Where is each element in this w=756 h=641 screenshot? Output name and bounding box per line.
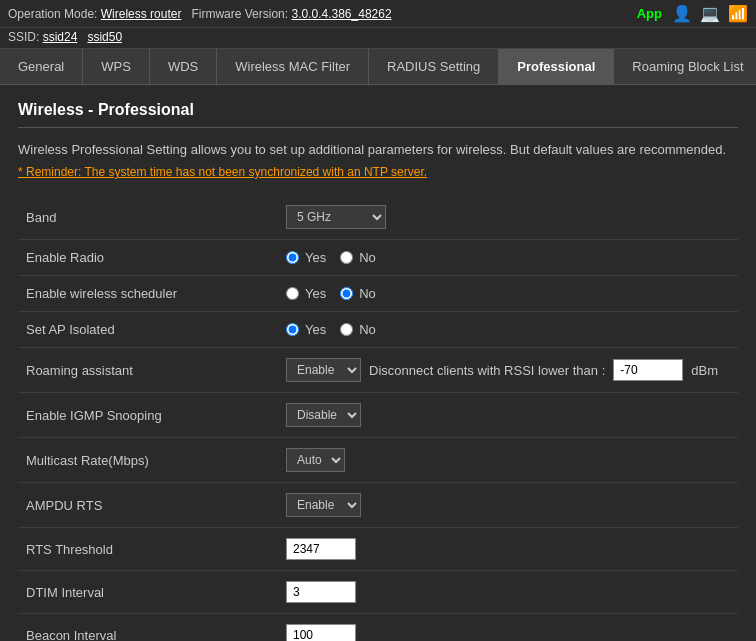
rssi-input[interactable] — [613, 359, 683, 381]
enable-radio-value: Yes No — [278, 240, 738, 276]
wireless-scheduler-label: Enable wireless scheduler — [18, 276, 278, 312]
wireless-scheduler-no[interactable] — [340, 287, 353, 300]
operation-mode-label: Operation Mode: — [8, 7, 97, 21]
dtim-interval-input[interactable] — [286, 581, 356, 603]
app-label: App — [637, 6, 662, 21]
band-row: Band 5 GHz 2.4 GHz — [18, 195, 738, 240]
top-bar: Operation Mode: Wireless router Firmware… — [0, 0, 756, 28]
dbm-label: dBm — [691, 363, 718, 378]
top-bar-right: App 👤 💻 📶 — [637, 4, 748, 23]
enable-radio-group: Yes No — [286, 250, 730, 265]
top-icons: 👤 💻 📶 — [672, 4, 748, 23]
multicast-rate-value: Auto 1 2 — [278, 438, 738, 483]
ap-isolated-no-label[interactable]: No — [340, 322, 376, 337]
ssid24-link[interactable]: ssid24 — [43, 30, 78, 44]
wireless-scheduler-yes-label[interactable]: Yes — [286, 286, 326, 301]
multicast-rate-select[interactable]: Auto 1 2 — [286, 448, 345, 472]
enable-radio-no-label[interactable]: No — [340, 250, 376, 265]
operation-mode-value[interactable]: Wireless router — [101, 7, 182, 21]
device-icon[interactable]: 💻 — [700, 4, 720, 23]
beacon-interval-input[interactable] — [286, 624, 356, 641]
ap-isolated-yes-text: Yes — [305, 322, 326, 337]
ampdu-rts-row: AMPDU RTS Enable Disable — [18, 483, 738, 528]
wireless-scheduler-yes-text: Yes — [305, 286, 326, 301]
enable-radio-yes-label[interactable]: Yes — [286, 250, 326, 265]
enable-radio-row: Enable Radio Yes No — [18, 240, 738, 276]
tab-roaming-block-list[interactable]: Roaming Block List — [614, 49, 756, 84]
ssid50-link[interactable]: ssid50 — [87, 30, 122, 44]
tab-wds[interactable]: WDS — [150, 49, 217, 84]
enable-radio-no[interactable] — [340, 251, 353, 264]
igmp-snooping-label: Enable IGMP Snooping — [18, 393, 278, 438]
page-description: Wireless Professional Setting allows you… — [18, 142, 738, 157]
band-label: Band — [18, 195, 278, 240]
roaming-row: Enable Disable Disconnect clients with R… — [286, 358, 730, 382]
dtim-interval-value — [278, 571, 738, 614]
ap-isolated-label: Set AP Isolated — [18, 312, 278, 348]
roaming-assistant-label: Roaming assistant — [18, 348, 278, 393]
top-bar-info: Operation Mode: Wireless router Firmware… — [8, 7, 392, 21]
dtim-interval-label: DTIM Interval — [18, 571, 278, 614]
tab-radius-setting[interactable]: RADIUS Setting — [369, 49, 499, 84]
firmware-label: Firmware Version: — [191, 7, 288, 21]
ap-isolated-no-text: No — [359, 322, 376, 337]
multicast-rate-label: Multicast Rate(Mbps) — [18, 438, 278, 483]
ampdu-rts-select[interactable]: Enable Disable — [286, 493, 361, 517]
ap-isolated-group: Yes No — [286, 322, 730, 337]
ssid-label: SSID: — [8, 30, 39, 44]
main-content: Wireless - Professional Wireless Profess… — [0, 85, 756, 641]
igmp-snooping-row: Enable IGMP Snooping Disable Enable — [18, 393, 738, 438]
ap-isolated-yes-label[interactable]: Yes — [286, 322, 326, 337]
multicast-rate-row: Multicast Rate(Mbps) Auto 1 2 — [18, 438, 738, 483]
disconnect-text: Disconnect clients with RSSI lower than … — [369, 363, 605, 378]
rts-threshold-value — [278, 528, 738, 571]
tab-wireless-mac-filter[interactable]: Wireless MAC Filter — [217, 49, 369, 84]
wireless-scheduler-group: Yes No — [286, 286, 730, 301]
wireless-scheduler-row: Enable wireless scheduler Yes No — [18, 276, 738, 312]
wireless-scheduler-value: Yes No — [278, 276, 738, 312]
rts-threshold-label: RTS Threshold — [18, 528, 278, 571]
tab-professional[interactable]: Professional — [499, 49, 614, 84]
dtim-interval-row: DTIM Interval — [18, 571, 738, 614]
enable-radio-yes[interactable] — [286, 251, 299, 264]
page-title: Wireless - Professional — [18, 101, 738, 128]
ap-isolated-no[interactable] — [340, 323, 353, 336]
wireless-scheduler-no-text: No — [359, 286, 376, 301]
beacon-interval-row: Beacon Interval — [18, 614, 738, 642]
rts-threshold-row: RTS Threshold — [18, 528, 738, 571]
wireless-scheduler-yes[interactable] — [286, 287, 299, 300]
band-select[interactable]: 5 GHz 2.4 GHz — [286, 205, 386, 229]
tab-navigation: General WPS WDS Wireless MAC Filter RADI… — [0, 49, 756, 85]
roaming-assistant-value: Enable Disable Disconnect clients with R… — [278, 348, 738, 393]
band-value: 5 GHz 2.4 GHz — [278, 195, 738, 240]
ampdu-rts-value: Enable Disable — [278, 483, 738, 528]
wireless-scheduler-no-label[interactable]: No — [340, 286, 376, 301]
igmp-snooping-value: Disable Enable — [278, 393, 738, 438]
ampdu-rts-label: AMPDU RTS — [18, 483, 278, 528]
enable-radio-label: Enable Radio — [18, 240, 278, 276]
wifi-icon[interactable]: 📶 — [728, 4, 748, 23]
user-icon[interactable]: 👤 — [672, 4, 692, 23]
beacon-interval-value — [278, 614, 738, 642]
beacon-interval-label: Beacon Interval — [18, 614, 278, 642]
ap-isolated-yes[interactable] — [286, 323, 299, 336]
ssid-bar: SSID: ssid24 ssid50 — [0, 28, 756, 49]
igmp-snooping-select[interactable]: Disable Enable — [286, 403, 361, 427]
ap-isolated-row: Set AP Isolated Yes No — [18, 312, 738, 348]
settings-table: Band 5 GHz 2.4 GHz Enable Radio Yes — [18, 195, 738, 641]
enable-radio-no-text: No — [359, 250, 376, 265]
tab-wps[interactable]: WPS — [83, 49, 150, 84]
firmware-value[interactable]: 3.0.0.4.386_48262 — [291, 7, 391, 21]
roaming-assistant-row: Roaming assistant Enable Disable Disconn… — [18, 348, 738, 393]
enable-radio-yes-text: Yes — [305, 250, 326, 265]
reminder-text: * Reminder: The system time has not been… — [18, 165, 738, 179]
roaming-assistant-select[interactable]: Enable Disable — [286, 358, 361, 382]
ap-isolated-value: Yes No — [278, 312, 738, 348]
tab-general[interactable]: General — [0, 49, 83, 84]
rts-threshold-input[interactable] — [286, 538, 356, 560]
